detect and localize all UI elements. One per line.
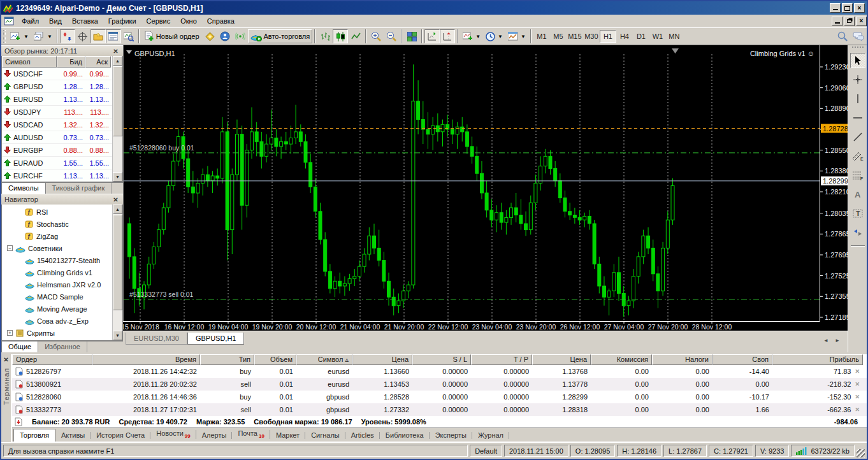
- orders-column-header[interactable]: Время: [92, 354, 200, 365]
- close-order-icon[interactable]: ✕: [855, 394, 860, 400]
- orders-column-header[interactable]: Цена: [532, 354, 591, 365]
- timeframe-m1-button[interactable]: M1: [533, 30, 550, 43]
- terminal-tab-алерты[interactable]: Алерты: [196, 429, 233, 442]
- child-restore-button[interactable]: [844, 17, 855, 26]
- terminal-toggle-button[interactable]: [106, 29, 121, 43]
- orders-column-header[interactable]: Своп: [712, 354, 772, 365]
- templates-button[interactable]: ▼: [505, 29, 528, 43]
- collapse-icon[interactable]: −: [7, 245, 13, 251]
- cursor-tool-icon[interactable]: [850, 53, 865, 68]
- menu-item-7[interactable]: Справка: [202, 15, 240, 27]
- navigator-item[interactable]: Сова adv-z_Exp: [2, 315, 112, 327]
- navigator-scrollbar[interactable]: ▲ ▼: [112, 205, 122, 340]
- navigator-tab-common[interactable]: Общие: [1, 341, 38, 352]
- close-button[interactable]: ×: [854, 3, 865, 13]
- market-watch-row[interactable]: USDCHF0.99...0.99...: [2, 68, 112, 80]
- new-chart-button[interactable]: ▼: [8, 29, 31, 43]
- chart-tab-gbpusd-h1[interactable]: GBPUSD,H1: [187, 333, 245, 345]
- orders-column-header[interactable]: Тип: [200, 354, 254, 365]
- timeframe-d1-button[interactable]: D1: [633, 30, 649, 43]
- market-watch-row[interactable]: GBPUSD1.28...1.28...: [2, 80, 112, 93]
- broadcast-button[interactable]: [233, 29, 248, 43]
- timeframe-mn-button[interactable]: MN: [666, 30, 683, 43]
- timeframe-m5-button[interactable]: M5: [550, 30, 567, 43]
- terminal-tab-библиотека[interactable]: Библиотека: [380, 429, 430, 442]
- navigator-item[interactable]: −Советники: [2, 242, 112, 254]
- menu-item-5[interactable]: Сервис: [141, 15, 176, 27]
- chart-profiles-button[interactable]: ▼: [31, 29, 55, 43]
- horizontal-line-tool-icon[interactable]: [850, 110, 865, 126]
- chart-tab-eurusd-m30[interactable]: EURUSD,M30: [126, 333, 187, 345]
- search-button[interactable]: [835, 29, 850, 43]
- chart-window-icon[interactable]: [4, 17, 14, 25]
- text-label-tool-icon[interactable]: T: [850, 206, 865, 221]
- market-watch-tab-tick-chart[interactable]: Тиковый график: [46, 183, 112, 194]
- close-order-icon[interactable]: ✕: [855, 368, 860, 375]
- market-watch-scrollbar[interactable]: ▲ ▼: [112, 56, 122, 182]
- menu-item-3[interactable]: Вставка: [67, 15, 103, 27]
- scroll-down-icon[interactable]: ▼: [113, 331, 122, 340]
- orders-column-header[interactable]: S / L: [412, 354, 471, 365]
- orders-column-header[interactable]: Налоги: [652, 354, 712, 365]
- zoom-out-button[interactable]: [384, 29, 399, 43]
- market-watch-close-icon[interactable]: ✕: [112, 47, 120, 55]
- market-watch-row[interactable]: EURGBP0.88...0.88...: [2, 144, 112, 157]
- market-watch-row[interactable]: AUDUSD0.73...0.73...: [2, 131, 112, 144]
- maximize-button[interactable]: [842, 3, 853, 13]
- minimize-button[interactable]: [830, 3, 841, 13]
- zoom-in-button[interactable]: [368, 29, 384, 43]
- close-order-icon[interactable]: ✕: [855, 406, 860, 413]
- timeframe-m15-button[interactable]: M15: [567, 30, 583, 43]
- auto-scroll-button[interactable]: [424, 29, 440, 43]
- arrows-tool-icon[interactable]: [850, 225, 865, 240]
- scroll-down-icon[interactable]: ▼: [113, 172, 122, 182]
- metaeditor-button[interactable]: [202, 29, 217, 43]
- navigator-toggle-button[interactable]: [90, 29, 106, 43]
- menu-item-6[interactable]: Окно: [175, 15, 202, 27]
- resize-grip[interactable]: [857, 449, 865, 457]
- child-minimize-button[interactable]: [832, 17, 843, 26]
- order-row[interactable]: 5138009212018.11.28 20:02:32sell0.01euru…: [12, 378, 867, 391]
- orders-column-header[interactable]: Объем: [254, 354, 296, 365]
- terminal-tab-articles[interactable]: Articles: [345, 429, 380, 442]
- terminal-tab-новости[interactable]: Новости99: [150, 428, 196, 442]
- text-tool-icon[interactable]: A: [850, 187, 865, 202]
- terminal-tab-маркет[interactable]: Маркет: [270, 429, 305, 442]
- strategy-tester-toggle-button[interactable]: [121, 29, 136, 43]
- indicators-button[interactable]: ▼: [460, 29, 483, 43]
- new-order-button[interactable]: Новый ордер: [141, 29, 202, 43]
- terminal-tab-журнал[interactable]: Журнал: [472, 429, 509, 442]
- scroll-left-icon[interactable]: ◄: [821, 335, 831, 345]
- trendline-tool-icon[interactable]: [850, 129, 865, 145]
- timeframe-w1-button[interactable]: W1: [649, 30, 666, 43]
- price-chart[interactable]: 15 Nov 201816 Nov 12:0019 Nov 04:0019 No…: [123, 45, 850, 331]
- equidistant-channel-tool-icon[interactable]: E: [850, 148, 865, 164]
- navigator-tab-favorites[interactable]: Избранное: [38, 341, 87, 352]
- market-watch-row[interactable]: EURCHF1.13...1.13...: [2, 169, 112, 182]
- timeframe-h4-button[interactable]: H4: [616, 30, 633, 43]
- bar-chart-mode-button[interactable]: [317, 29, 333, 43]
- orders-column-header[interactable]: Символ ▵: [296, 354, 352, 365]
- market-watch-toggle-button[interactable]: [60, 29, 75, 43]
- orders-column-header[interactable]: T / P: [471, 354, 532, 365]
- menu-item-1[interactable]: Файл: [17, 15, 44, 27]
- orders-column-header[interactable]: Комиссия: [591, 354, 652, 365]
- navigator-item[interactable]: fRSI: [2, 206, 112, 218]
- terminal-tab-активы[interactable]: Активы: [55, 429, 90, 442]
- data-window-toggle-button[interactable]: [75, 29, 90, 43]
- market-watch-row[interactable]: USDJPY113....113....: [2, 106, 112, 119]
- navigator-item[interactable]: MACD Sample: [2, 291, 112, 303]
- chat-button[interactable]: [850, 29, 867, 43]
- terminal-tab-почта[interactable]: Почта10: [232, 428, 270, 442]
- candlestick-mode-button[interactable]: [333, 29, 348, 43]
- periods-button[interactable]: ▼: [483, 29, 505, 43]
- market-watch-row[interactable]: USDCAD1.32...1.32...: [2, 119, 112, 131]
- timeframe-h1-button[interactable]: H1: [600, 30, 616, 43]
- tile-windows-button[interactable]: [404, 29, 419, 43]
- market-watch-row[interactable]: EURAUD1.55...1.55...: [2, 157, 112, 169]
- line-chart-mode-button[interactable]: [348, 29, 363, 43]
- scroll-up-icon[interactable]: ▲: [113, 205, 122, 214]
- close-order-icon[interactable]: ✕: [855, 381, 860, 387]
- order-row[interactable]: 5133327732018.11.27 17:02:31sell0.01gbpu…: [12, 403, 867, 416]
- crosshair-tool-icon[interactable]: [850, 72, 865, 87]
